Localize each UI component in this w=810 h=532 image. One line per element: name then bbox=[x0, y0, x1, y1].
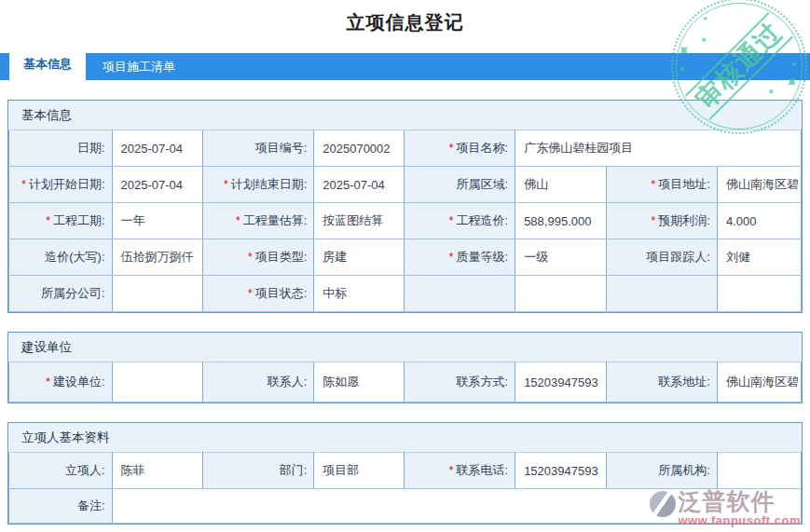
branch-company-label: 所属分公司: bbox=[9, 276, 113, 312]
section-basic-info-title: 基本信息 bbox=[8, 101, 802, 130]
department-value[interactable]: 项目部 bbox=[314, 453, 405, 489]
quantity-estimate-label: *工程量估算: bbox=[203, 203, 314, 239]
cost-in-words-value[interactable]: 伍拾捌万捌仟 bbox=[112, 239, 203, 276]
tab-basic-info[interactable]: 基本信息 bbox=[9, 48, 86, 80]
contact-person-label: 联系人: bbox=[203, 362, 314, 402]
table-row: 立项人: 陈菲 部门: 项目部 *联系电话: 15203947593 所属机构: bbox=[9, 453, 802, 489]
project-cost-label: *工程造价: bbox=[405, 203, 515, 239]
table-row: *工程工期: 一年 *工程量估算: 按蓝图结算 *工程造价: 588,995.0… bbox=[9, 203, 802, 239]
expected-profit-value[interactable]: 4.000 bbox=[717, 203, 801, 239]
project-address-label: *项目地址: bbox=[606, 167, 717, 203]
project-type-value[interactable]: 房建 bbox=[314, 239, 405, 276]
region-label: 所属区域: bbox=[405, 167, 515, 203]
plan-start-date-label: *计划开始日期: bbox=[9, 167, 113, 203]
project-initiation-page: 立项信息登记 基本信息 项目施工清单 基本信息 日期: 2025-07-04 项… bbox=[0, 0, 810, 532]
page-title: 立项信息登记 bbox=[0, 0, 810, 53]
required-mark: * bbox=[248, 251, 253, 264]
required-mark: * bbox=[449, 214, 454, 227]
project-status-label: *项目状态: bbox=[203, 276, 314, 312]
plan-end-date-label: *计划结束日期: bbox=[203, 167, 314, 203]
basic-info-table: 日期: 2025-07-04 项目编号: 2025070002 *项目名称: 广… bbox=[8, 130, 802, 312]
branch-company-value[interactable] bbox=[112, 276, 203, 312]
quality-grade-value[interactable]: 一级 bbox=[515, 239, 607, 276]
required-mark: * bbox=[449, 251, 454, 264]
contact-address-value[interactable]: 佛山南海区碧 bbox=[717, 362, 801, 402]
date-value[interactable]: 2025-07-04 bbox=[112, 130, 203, 167]
applicant-value[interactable]: 陈菲 bbox=[112, 453, 203, 489]
remark-value[interactable] bbox=[112, 489, 802, 524]
empty-label-cell bbox=[405, 276, 515, 312]
cost-in-words-label: 造价(大写): bbox=[9, 239, 113, 276]
required-mark: * bbox=[46, 214, 50, 227]
tab-construction-list[interactable]: 项目施工清单 bbox=[86, 53, 192, 80]
project-tracker-label: 项目跟踪人: bbox=[606, 239, 717, 276]
table-row: 备注: bbox=[9, 489, 802, 524]
section-construction-unit-title: 建设单位 bbox=[8, 333, 802, 361]
required-mark: * bbox=[449, 142, 454, 155]
region-value[interactable]: 佛山 bbox=[515, 167, 607, 203]
applicant-info-table: 立项人: 陈菲 部门: 项目部 *联系电话: 15203947593 所属机构:… bbox=[8, 452, 802, 524]
remark-label: 备注: bbox=[9, 489, 113, 524]
quality-grade-label: *质量等级: bbox=[405, 239, 515, 276]
required-mark: * bbox=[248, 287, 253, 300]
project-duration-label: *工程工期: bbox=[9, 203, 113, 239]
quantity-estimate-value[interactable]: 按蓝图结算 bbox=[314, 203, 405, 239]
empty-value-cell bbox=[717, 276, 801, 312]
empty-label-cell bbox=[606, 276, 717, 312]
applicant-label: 立项人: bbox=[9, 453, 113, 489]
table-row: 日期: 2025-07-04 项目编号: 2025070002 *项目名称: 广… bbox=[9, 130, 802, 167]
project-address-value[interactable]: 佛山南海区碧 bbox=[717, 167, 801, 203]
construction-unit-table: *建设单位: 联系人: 陈如愿 联系方式: 15203947593 联系地址: … bbox=[8, 361, 802, 402]
table-row: 造价(大写): 伍拾捌万捌仟 *项目类型: 房建 *质量等级: 一级 项目跟踪人… bbox=[9, 239, 802, 276]
section-applicant-info-title: 立项人基本资料 bbox=[8, 423, 802, 452]
table-row: *建设单位: 联系人: 陈如愿 联系方式: 15203947593 联系地址: … bbox=[9, 362, 802, 402]
project-duration-value[interactable]: 一年 bbox=[112, 203, 203, 239]
contact-phone-label: 联系方式: bbox=[405, 362, 515, 402]
empty-value-cell bbox=[515, 276, 607, 312]
organization-value[interactable] bbox=[717, 453, 801, 489]
department-label: 部门: bbox=[203, 453, 314, 489]
project-type-label: *项目类型: bbox=[203, 239, 314, 276]
construction-unit-value[interactable] bbox=[112, 362, 203, 402]
table-row: *计划开始日期: 2025-07-04 *计划结束日期: 2025-07-04 … bbox=[9, 167, 802, 203]
project-cost-value[interactable]: 588,995.000 bbox=[515, 203, 607, 239]
organization-label: 所属机构: bbox=[606, 453, 717, 489]
project-name-value[interactable]: 广东佛山碧桂园项目 bbox=[515, 130, 802, 167]
construction-unit-label: *建设单位: bbox=[9, 362, 113, 402]
plan-start-date-value[interactable]: 2025-07-04 bbox=[112, 167, 203, 203]
required-mark: * bbox=[449, 464, 454, 477]
star-icon: ✦ bbox=[765, 86, 777, 98]
required-mark: * bbox=[236, 214, 240, 227]
tab-bar: 基本信息 项目施工清单 bbox=[0, 53, 810, 80]
section-basic-info: 基本信息 日期: 2025-07-04 项目编号: 2025070002 *项目… bbox=[7, 100, 803, 313]
required-mark: * bbox=[21, 178, 26, 191]
project-code-label: 项目编号: bbox=[203, 130, 314, 167]
project-status-value[interactable]: 中标 bbox=[314, 276, 405, 312]
phone-value[interactable]: 15203947593 bbox=[515, 453, 607, 489]
required-mark: * bbox=[224, 178, 228, 191]
required-mark: * bbox=[46, 375, 50, 389]
required-mark: * bbox=[652, 214, 656, 227]
contact-person-value[interactable]: 陈如愿 bbox=[314, 362, 405, 402]
required-mark: * bbox=[652, 178, 656, 191]
project-code-value[interactable]: 2025070002 bbox=[314, 130, 405, 167]
phone-label: *联系电话: bbox=[405, 453, 515, 489]
date-label: 日期: bbox=[9, 130, 113, 167]
plan-end-date-value[interactable]: 2025-07-04 bbox=[314, 167, 405, 203]
contact-address-label: 联系地址: bbox=[606, 362, 717, 402]
project-tracker-value[interactable]: 刘健 bbox=[717, 239, 801, 276]
contact-phone-value[interactable]: 15203947593 bbox=[515, 362, 607, 402]
table-row: 所属分公司: *项目状态: 中标 bbox=[9, 276, 802, 312]
expected-profit-label: *预期利润: bbox=[606, 203, 717, 239]
section-applicant-info: 立项人基本资料 立项人: 陈菲 部门: 项目部 *联系电话: 152039475… bbox=[7, 422, 803, 525]
project-name-label: *项目名称: bbox=[405, 130, 515, 167]
section-construction-unit: 建设单位 *建设单位: 联系人: 陈如愿 联系方式: 15203947593 联… bbox=[7, 332, 803, 403]
